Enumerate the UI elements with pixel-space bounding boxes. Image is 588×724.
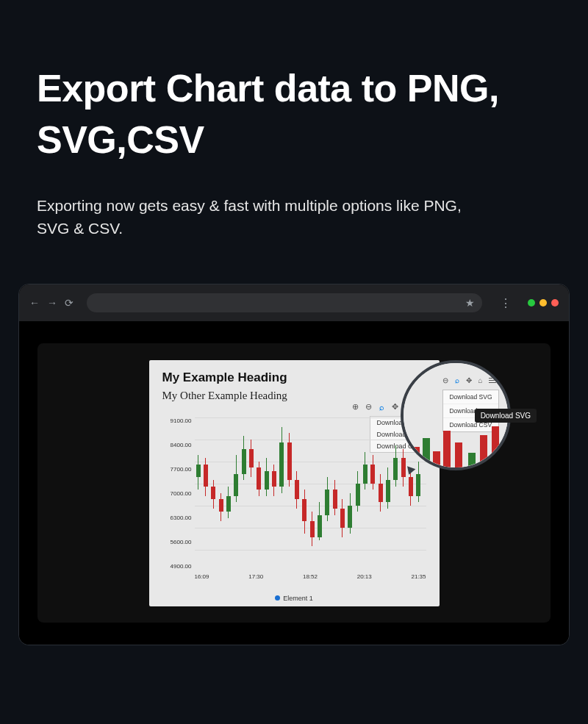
magnifier-toolbar: ⊖ ⌕ ✥ ⌂ xyxy=(441,376,496,384)
zoom-out-icon[interactable]: ⊖ xyxy=(365,403,373,412)
window-minimize-icon[interactable] xyxy=(528,299,535,307)
y-tick: 7700.00 xyxy=(162,466,192,473)
legend-label: Element 1 xyxy=(283,595,313,602)
search-icon[interactable]: ⌕ xyxy=(453,376,461,384)
x-tick: 18:52 xyxy=(303,573,318,580)
zoom-in-icon[interactable]: ⊕ xyxy=(351,403,360,412)
x-tick: 16:09 xyxy=(195,573,209,580)
legend-marker-icon xyxy=(275,595,280,601)
url-bar[interactable]: ★ xyxy=(87,293,482,312)
chart-subtitle: My Other Example Heading xyxy=(162,390,426,402)
y-tick: 7000.00 xyxy=(162,490,192,497)
y-tick: 5600.00 xyxy=(162,539,192,545)
y-tick: 4900.00 xyxy=(162,563,192,570)
x-tick: 20:13 xyxy=(357,573,372,580)
pan-icon[interactable]: ✥ xyxy=(391,403,400,412)
pan-icon[interactable]: ✥ xyxy=(465,376,473,384)
x-tick: 21:35 xyxy=(411,573,426,580)
x-axis-labels: 16:09 17:30 18:52 20:13 21:35 xyxy=(195,573,426,580)
y-tick: 6300.00 xyxy=(162,515,192,521)
back-icon[interactable]: ← xyxy=(29,297,40,309)
browser-toolbar: ← → ⟳ ★ ⋮ xyxy=(19,284,569,321)
y-axis-labels: 9100.00 8400.00 7700.00 7000.00 6300.00 … xyxy=(162,417,192,570)
chart-title: My Example Heading xyxy=(162,370,426,385)
y-tick: 9100.00 xyxy=(162,417,192,424)
x-tick: 17:30 xyxy=(248,573,263,580)
reload-icon[interactable]: ⟳ xyxy=(65,297,74,309)
forward-icon[interactable]: → xyxy=(47,297,57,309)
chart-legend: Element 1 xyxy=(149,595,440,602)
home-icon[interactable]: ⌂ xyxy=(476,376,484,384)
export-svg-item[interactable]: Download SVG xyxy=(443,390,498,404)
browser-frame: ← → ⟳ ★ ⋮ My Example Heading My Other Ex… xyxy=(18,284,570,645)
menu-icon[interactable] xyxy=(488,376,496,384)
plot-area: 9100.00 8400.00 7700.00 7000.00 6300.00 … xyxy=(162,417,426,584)
window-maximize-icon[interactable] xyxy=(539,299,547,307)
feature-subheading: Exporting now gets easy & fast with mult… xyxy=(37,195,463,240)
plot-grid xyxy=(195,417,426,550)
window-close-icon[interactable] xyxy=(551,299,559,307)
feature-heading: Export Chart data to PNG, SVG,CSV xyxy=(37,62,551,165)
download-svg-tooltip: Download SVG xyxy=(475,409,537,423)
browser-menu-icon[interactable]: ⋮ xyxy=(495,296,516,310)
zoom-out-icon[interactable]: ⊖ xyxy=(441,376,449,384)
search-icon[interactable]: ⌕ xyxy=(378,403,387,412)
chart-card: My Example Heading My Other Example Head… xyxy=(149,360,440,606)
star-icon[interactable]: ★ xyxy=(465,297,475,309)
y-tick: 8400.00 xyxy=(162,442,192,448)
